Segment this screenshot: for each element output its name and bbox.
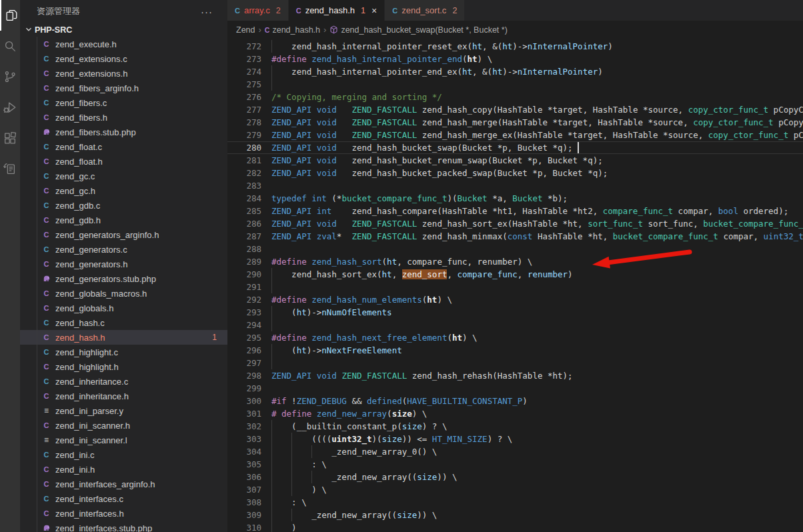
code-line-294[interactable]: 294	[227, 319, 803, 331]
code-line-296[interactable]: 296 (ht)->nNextFreeElement	[227, 344, 803, 357]
code-line-287[interactable]: 287ZEND_API zval* ZEND_FASTCALL zend_has…	[227, 230, 803, 243]
run-debug-icon[interactable]	[0, 92, 20, 123]
file-item[interactable]: Czend_fibers.h	[20, 110, 227, 125]
file-item[interactable]: Czend_inheritance.c	[20, 374, 227, 389]
breadcrumb-item[interactable]: Zend	[236, 25, 255, 35]
indent-guide	[271, 357, 272, 369]
file-item[interactable]: Czend_highlight.c	[20, 345, 227, 359]
file-item[interactable]: Czend_float.h	[20, 154, 227, 169]
code-line-309[interactable]: 309 _zend_new_array((size)) \	[227, 509, 803, 521]
folder-section-php-src[interactable]: PHP-SRC	[20, 23, 227, 37]
tab-array.c[interactable]: Carray.c2	[227, 0, 288, 21]
file-name: zend_float.h	[55, 157, 103, 167]
file-item[interactable]: Czend_float.c	[20, 139, 227, 154]
source-control-icon[interactable]	[0, 61, 20, 92]
code-line-285[interactable]: 285ZEND_API int zend_hash_compare(HashTa…	[227, 205, 803, 217]
code-line-284[interactable]: 284typedef int (*bucket_compare_func_t)(…	[227, 192, 803, 205]
h-file-icon: C	[41, 465, 51, 473]
file-item[interactable]: zend_generators.stub.php	[20, 271, 227, 286]
code-line-303[interactable]: 303 ((((uint32_t)(size)) <= HT_MIN_SIZE)…	[227, 433, 803, 445]
file-item[interactable]: zend_interfaces.stub.php	[20, 521, 227, 532]
file-item[interactable]: Czend_hash.c	[20, 315, 227, 330]
file-name: zend_hash.c	[55, 318, 105, 328]
c-file-icon: C	[392, 7, 397, 15]
file-item[interactable]: Czend_execute.h	[20, 37, 227, 51]
file-item[interactable]: Czend_gc.c	[20, 169, 227, 183]
code-line-306[interactable]: 306 _zend_new_array((size)) \	[227, 471, 803, 483]
code-line-288[interactable]: 288	[227, 243, 803, 255]
code-line-308[interactable]: 308 : \	[227, 496, 803, 509]
file-item[interactable]: Czend_fibers.c	[20, 95, 227, 110]
code-line-289[interactable]: 289#define zend_hash_sort(ht, compare_fu…	[227, 255, 803, 268]
file-item[interactable]: Czend_highlight.h	[20, 359, 227, 374]
breadcrumb[interactable]: Zend›Czend_hash.h›zend_hash_bucket_swap(…	[227, 21, 803, 39]
code-line-282[interactable]: 282ZEND_API void zend_hash_bucket_packed…	[227, 167, 803, 179]
code-line-307[interactable]: 307 ) \	[227, 483, 803, 496]
code-line-310[interactable]: 310 )	[227, 521, 803, 532]
code-line-291[interactable]: 291	[227, 281, 803, 293]
code-line-280[interactable]: 280ZEND_API void zend_hash_bucket_swap(B…	[227, 141, 803, 154]
extensions-icon[interactable]	[0, 123, 20, 153]
file-item[interactable]: Czend_gdb.c	[20, 198, 227, 213]
close-icon[interactable]: ×	[371, 6, 377, 15]
file-item[interactable]: Czend_interfaces.c	[20, 491, 227, 506]
code-line-281[interactable]: 281ZEND_API void zend_hash_bucket_renum_…	[227, 154, 803, 167]
file-item[interactable]: Czend_interfaces.h	[20, 506, 227, 521]
code-line-272[interactable]: 272 zend_hash_internal_pointer_reset_ex(…	[227, 40, 803, 53]
code-line-278[interactable]: 278ZEND_API void ZEND_FASTCALL zend_hash…	[227, 116, 803, 129]
file-item[interactable]: ≡zend_ini_scanner.l	[20, 433, 227, 447]
notebook-extension-icon[interactable]	[0, 153, 20, 184]
file-item[interactable]: Czend_gc.h	[20, 183, 227, 198]
code-line-274[interactable]: 274 zend_hash_internal_pointer_end_ex(ht…	[227, 65, 803, 78]
file-item[interactable]: Czend_ini.h	[20, 462, 227, 477]
code-line-295[interactable]: 295#define zend_hash_next_free_element(h…	[227, 331, 803, 344]
code-line-292[interactable]: 292#define zend_hash_num_elements(ht) \	[227, 293, 803, 306]
indent-guide	[271, 420, 272, 433]
file-item[interactable]: Czend_interfaces_arginfo.h	[20, 477, 227, 491]
file-item[interactable]: Czend_extensions.h	[20, 66, 227, 81]
tab-zend_sort.c[interactable]: Czend_sort.c2	[385, 0, 464, 21]
code-line-277[interactable]: 277ZEND_API void ZEND_FASTCALL zend_hash…	[227, 103, 803, 116]
code-line-290[interactable]: 290 zend_hash_sort_ex(ht, zend_sort, com…	[227, 268, 803, 281]
code-line-275[interactable]: 275	[227, 78, 803, 91]
file-item[interactable]: zend_fibers.stub.php	[20, 125, 227, 139]
breadcrumb-item[interactable]: zend_hash.h	[272, 25, 320, 35]
file-item[interactable]: Czend_gdb.h	[20, 213, 227, 227]
file-item[interactable]: Czend_globals_macros.h	[20, 286, 227, 301]
file-item[interactable]: Czend_generators.c	[20, 242, 227, 257]
code-line-300[interactable]: 300#if !ZEND_DEBUG && defined(HAVE_BUILT…	[227, 395, 803, 407]
more-actions-icon[interactable]: ···	[201, 6, 213, 17]
code-line-273[interactable]: 273#define zend_hash_internal_pointer_en…	[227, 53, 803, 65]
code-line-276[interactable]: 276/* Copying, merging and sorting */	[227, 91, 803, 103]
code-line-298[interactable]: 298ZEND_API void ZEND_FASTCALL zend_hash…	[227, 369, 803, 382]
file-item[interactable]: Czend_extensions.c	[20, 51, 227, 66]
tab-zend_hash.h[interactable]: Czend_hash.h1×	[289, 0, 385, 21]
search-icon[interactable]	[0, 31, 20, 61]
code-line-286[interactable]: 286ZEND_API void ZEND_FASTCALL zend_hash…	[227, 217, 803, 230]
file-item[interactable]: Czend_generators_arginfo.h	[20, 227, 227, 242]
symbol-method-icon	[329, 25, 338, 34]
code-line-279[interactable]: 279ZEND_API void ZEND_FASTCALL zend_hash…	[227, 129, 803, 141]
file-item[interactable]: Czend_inheritance.h	[20, 389, 227, 403]
line-content: ZEND_API void ZEND_FASTCALL zend_hash_me…	[271, 129, 803, 141]
breadcrumb-item[interactable]: zend_hash_bucket_swap(Bucket *, Bucket *…	[341, 25, 507, 35]
files-icon[interactable]	[0, 0, 21, 31]
file-item[interactable]: ≡zend_ini_parser.y	[20, 403, 227, 418]
code-line-283[interactable]: 283	[227, 179, 803, 192]
file-item[interactable]: Czend_ini_scanner.h	[20, 418, 227, 433]
indent-guide	[291, 458, 292, 471]
code-line-299[interactable]: 299	[227, 382, 803, 395]
code-line-297[interactable]: 297	[227, 357, 803, 369]
code-line-305[interactable]: 305 : \	[227, 458, 803, 471]
code-line-302[interactable]: 302 (__builtin_constant_p(size) ? \	[227, 420, 803, 433]
h-file-icon: C	[41, 231, 51, 239]
file-item[interactable]: Czend_globals.h	[20, 301, 227, 315]
code-editor[interactable]: 271#define zend_hash_internal_pointer_re…	[227, 39, 803, 532]
file-item[interactable]: Czend_ini.c	[20, 447, 227, 462]
file-item[interactable]: Czend_generators.h	[20, 257, 227, 271]
code-line-293[interactable]: 293 (ht)->nNumOfElements	[227, 306, 803, 319]
code-line-301[interactable]: 301# define zend_new_array(size) \	[227, 407, 803, 420]
file-item[interactable]: Czend_fibers_arginfo.h	[20, 81, 227, 95]
file-item[interactable]: Czend_hash.h1	[20, 330, 227, 345]
code-line-304[interactable]: 304 _zend_new_array_0() \	[227, 445, 803, 458]
